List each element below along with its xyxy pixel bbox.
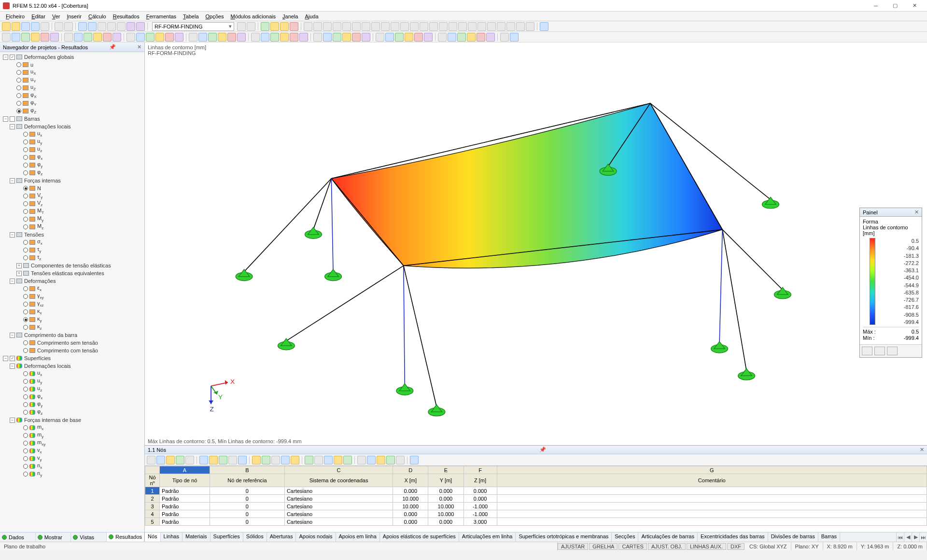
tb2-btn[interactable]	[385, 33, 394, 42]
panel-close-icon[interactable]: ✕	[914, 209, 919, 215]
tree-node[interactable]: my	[0, 432, 144, 439]
radio[interactable]	[16, 70, 21, 75]
maximize-button[interactable]: ▢	[885, 0, 905, 11]
row-header[interactable]: 4	[145, 510, 160, 518]
sheet-tab[interactable]: Secções	[612, 532, 638, 542]
tb2-btn[interactable]	[376, 33, 384, 42]
sheet-tab[interactable]: Excentricidades das barras	[698, 532, 768, 542]
expand-icon[interactable]: +	[16, 263, 22, 268]
sheet-tab[interactable]: Articulações de barras	[638, 532, 697, 542]
radio[interactable]	[16, 78, 21, 83]
radio[interactable]	[23, 209, 28, 214]
tree-node[interactable]: uz	[0, 385, 144, 393]
panel-btn-3[interactable]	[887, 347, 898, 355]
checkbox[interactable]: ✓	[10, 55, 15, 60]
expand-icon[interactable]: −	[10, 333, 15, 338]
cell[interactable]: 0.000	[393, 487, 428, 495]
tbl-tool[interactable]	[209, 456, 218, 464]
tb-misc[interactable]	[304, 22, 312, 31]
menu-tabela[interactable]: Tabela	[180, 13, 201, 20]
tree-node[interactable]: ny	[0, 470, 144, 478]
tb-misc[interactable]	[371, 22, 380, 31]
menu-ferramentas[interactable]: Ferramentas	[143, 13, 179, 20]
nav-tab-dados[interactable]: Dados	[0, 532, 36, 542]
menu-janela[interactable]: Janela	[280, 13, 301, 20]
tab-scroll[interactable]: ◀	[904, 532, 912, 542]
radio[interactable]	[23, 186, 28, 191]
status-toggle-linhas aux.[interactable]: LINHAS AUX.	[687, 543, 726, 550]
sheet-tab[interactable]: Nós	[145, 532, 161, 542]
tb2-btn[interactable]	[261, 33, 269, 42]
row-header[interactable]: 3	[145, 503, 160, 510]
menu-opções[interactable]: Opções	[203, 13, 227, 20]
cell[interactable]: 10.000	[428, 503, 464, 510]
expand-icon[interactable]: −	[10, 418, 15, 423]
radio[interactable]	[23, 248, 28, 252]
tb2-btn[interactable]	[12, 33, 20, 42]
tb-window[interactable]	[136, 22, 145, 31]
tbl-tool[interactable]	[410, 456, 419, 464]
minimize-button[interactable]: ─	[866, 0, 885, 11]
tbl-tool[interactable]	[199, 456, 208, 464]
tbl-tool[interactable]	[228, 456, 237, 464]
radio[interactable]	[23, 472, 28, 476]
tree-node[interactable]: κz	[0, 323, 144, 331]
col-letter[interactable]: F	[464, 466, 497, 474]
tb2-btn[interactable]	[414, 33, 423, 42]
cell[interactable]: 0	[210, 518, 284, 526]
tb2-btn[interactable]	[175, 33, 183, 42]
tb-zoom-out[interactable]	[88, 22, 97, 31]
tb2-btn[interactable]	[237, 33, 246, 42]
cell[interactable]: 0.000	[464, 495, 497, 503]
sheet-tab[interactable]: Apoios em linha	[336, 532, 380, 542]
tb-save[interactable]	[21, 22, 30, 31]
tree-node[interactable]: φY	[0, 99, 144, 107]
col-letter[interactable]: E	[428, 466, 464, 474]
cell[interactable]: 0	[210, 487, 284, 495]
tree-node[interactable]: uX	[0, 69, 144, 76]
radio[interactable]	[23, 448, 28, 453]
cell[interactable]	[497, 487, 927, 495]
tb2-btn[interactable]	[352, 33, 361, 42]
radio[interactable]	[23, 348, 28, 353]
sheet-tab[interactable]: Superfícies ortotrópicas e membranas	[516, 532, 612, 542]
cell[interactable]: 0.000	[428, 495, 464, 503]
menu-ver[interactable]: Ver	[49, 13, 63, 20]
tb2-btn[interactable]	[333, 33, 341, 42]
tbl-tool[interactable]	[262, 456, 270, 464]
tree-node[interactable]: φx	[0, 393, 144, 401]
tree-node[interactable]: −Forças internas de base	[0, 416, 144, 424]
tb2-btn[interactable]	[136, 33, 145, 42]
tb-pan[interactable]	[107, 22, 116, 31]
cell[interactable]: 0	[210, 503, 284, 510]
radio[interactable]	[23, 286, 28, 291]
table-pin-icon[interactable]: 📌	[539, 447, 546, 453]
tree-node[interactable]: κy	[0, 316, 144, 323]
radio[interactable]	[23, 302, 28, 307]
tb-select[interactable]	[126, 22, 135, 31]
tb2-btn[interactable]	[342, 33, 351, 42]
cell[interactable]: -1.000	[464, 503, 497, 510]
tbl-tool[interactable]	[291, 456, 299, 464]
loadcase-combo[interactable]: RF-FORM-FINDING ▾	[152, 22, 234, 31]
tb-misc[interactable]	[333, 22, 341, 31]
cell[interactable]: 10.000	[428, 510, 464, 518]
status-toggle-cartes[interactable]: CARTES	[618, 543, 646, 550]
tbl-tool[interactable]	[386, 456, 395, 464]
tb2-btn[interactable]	[2, 33, 11, 42]
model-canvas[interactable]: X Y Z Painel ✕ Forma Linhas de contorno …	[145, 58, 927, 437]
cell[interactable]: Cartesiano	[284, 487, 393, 495]
tb2-btn[interactable]	[84, 33, 92, 42]
radio[interactable]	[23, 170, 28, 175]
tb-open[interactable]	[12, 22, 20, 31]
results-tree[interactable]: −✓Deformações globaisuuXuYuZφXφYφZ−Barra…	[0, 52, 144, 532]
tb-misc[interactable]	[323, 22, 332, 31]
radio[interactable]	[23, 464, 28, 469]
tree-node[interactable]: mx	[0, 424, 144, 432]
expand-icon[interactable]: −	[10, 178, 15, 183]
tb-misc[interactable]	[487, 22, 496, 31]
tb-misc[interactable]	[313, 22, 322, 31]
tb2-btn[interactable]	[299, 33, 308, 42]
tb2-btn[interactable]	[395, 33, 404, 42]
tb-misc[interactable]	[429, 22, 438, 31]
